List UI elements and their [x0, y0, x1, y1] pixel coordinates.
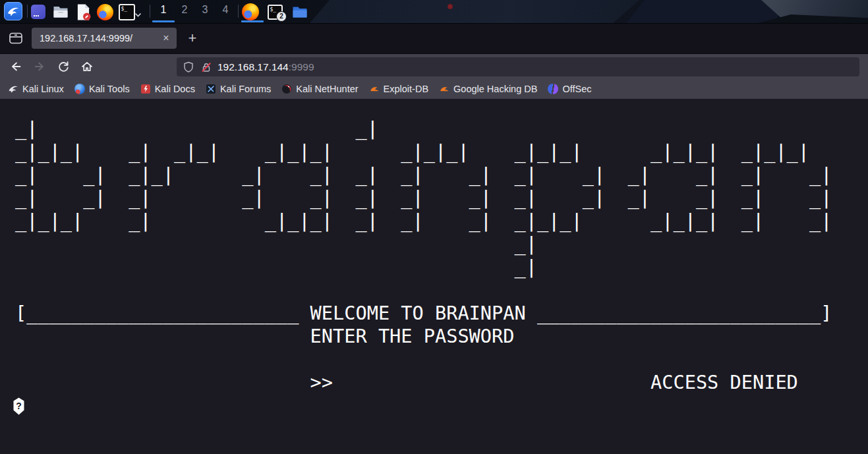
launcher-app-window[interactable]	[29, 3, 47, 21]
bookmark-label: Kali Tools	[89, 84, 130, 94]
bookmark-kali-linux[interactable]: Kali Linux	[3, 81, 69, 97]
bookmarks-toolbar: Kali Linux Kali Tools Kali Docs Kali For…	[0, 79, 868, 99]
active-window-indicator	[241, 20, 264, 22]
reload-button[interactable]	[57, 60, 70, 73]
url-host: 192.168.17.144	[217, 61, 289, 73]
offsec-icon	[548, 84, 558, 94]
terminal-icon: $_	[119, 4, 135, 20]
bookmark-label: OffSec	[562, 84, 591, 94]
insecure-lock-icon[interactable]	[200, 61, 212, 73]
active-workspace-indicator	[152, 20, 175, 22]
blue-folder-icon	[292, 6, 308, 18]
file-manager-icon	[53, 5, 69, 18]
launcher-dropdown[interactable]	[134, 8, 142, 20]
bookmark-google-hacking-db[interactable]: Google Hacking DB	[434, 81, 542, 97]
firefox-icon	[97, 4, 113, 20]
taskbar-separator	[27, 5, 28, 18]
back-arrow-icon	[9, 60, 22, 73]
kali-nethunter-icon	[281, 84, 292, 94]
tracking-protection-shield-icon[interactable]	[183, 61, 194, 73]
chevron-down-icon	[134, 13, 142, 17]
kali-docs-icon	[140, 84, 151, 94]
wallpaper-shape	[758, 14, 868, 23]
home-button[interactable]	[80, 60, 94, 73]
new-tab-button[interactable]: +	[183, 29, 202, 47]
google-hacking-db-icon	[439, 84, 449, 94]
firefox-icon	[242, 3, 259, 20]
bookmark-kali-forums[interactable]: Kali Forums	[200, 81, 276, 97]
bookmark-exploit-db[interactable]: Exploit-DB	[364, 81, 434, 97]
taskbar: $_ 1 2 3 4 $_ 2	[0, 0, 868, 24]
wallpaper-shape	[761, 0, 868, 23]
kali-menu-button[interactable]	[4, 2, 22, 20]
bookmark-label: Kali Linux	[22, 84, 64, 94]
firefox-view-icon	[8, 30, 24, 46]
workspace-1[interactable]: 1	[158, 4, 169, 16]
firefox-view-button[interactable]	[8, 30, 24, 46]
kali-forums-icon	[206, 84, 216, 94]
bookmark-offsec[interactable]: OffSec	[542, 81, 596, 97]
tab-close-button[interactable]: ×	[158, 30, 174, 46]
help-cursor-icon: ?	[13, 397, 25, 415]
launcher-firefox[interactable]	[96, 3, 114, 21]
wallpaper-shape	[310, 0, 639, 23]
bookmark-label: Kali Docs	[155, 84, 195, 94]
bookmark-kali-nethunter[interactable]: Kali NetHunter	[276, 81, 363, 97]
tab-strip: 192.168.17.144:9999/ × +	[0, 24, 868, 53]
terminal-window-count-badge: 2	[276, 11, 287, 22]
launcher-file-manager[interactable]	[51, 3, 70, 21]
help-glyph: ?	[16, 401, 22, 411]
kali-dragon-icon	[7, 5, 20, 18]
brainpan-banner-text: _| _| _|_|_| _| _|_| _|_|_| _|_|_| _|_|_…	[15, 117, 832, 394]
bookmark-label: Google Hacking DB	[453, 84, 537, 94]
kali-tools-icon	[74, 84, 85, 94]
browser-tab[interactable]: 192.168.17.144:9999/ ×	[32, 28, 177, 49]
launcher-terminal[interactable]: $_	[117, 3, 136, 21]
workspace-2[interactable]: 2	[179, 4, 190, 16]
window-button-file-manager[interactable]	[291, 3, 309, 21]
workspace-3[interactable]: 3	[199, 4, 211, 16]
reload-icon	[57, 60, 70, 73]
launcher-text-editor[interactable]	[74, 3, 92, 21]
kali-dragon-icon	[8, 84, 18, 94]
bookmark-kali-tools[interactable]: Kali Tools	[69, 81, 135, 97]
forward-button[interactable]	[33, 60, 46, 73]
wallpaper-detail	[448, 4, 453, 9]
bookmark-kali-docs[interactable]: Kali Docs	[135, 81, 200, 97]
bookmark-label: Exploit-DB	[384, 84, 429, 94]
bookmark-label: Kali Forums	[220, 84, 271, 94]
window-button-firefox[interactable]	[241, 3, 260, 21]
wallpaper-shape	[626, 0, 778, 23]
page-content: _| _| _|_|_| _| _|_| _|_|_| _|_|_| _|_|_…	[0, 99, 868, 454]
taskbar-separator	[238, 5, 239, 18]
bookmark-label: Kali NetHunter	[296, 84, 358, 94]
app-window-icon	[31, 5, 45, 19]
home-icon	[80, 60, 94, 73]
text-editor-icon	[76, 3, 91, 21]
back-button[interactable]	[9, 60, 22, 73]
navigation-toolbar: 192.168.17.144:9999	[0, 53, 868, 79]
exploit-db-icon	[369, 84, 380, 94]
tab-title: 192.168.17.144:9999/	[32, 33, 158, 43]
taskbar-separator	[150, 5, 150, 18]
screen: $_ 1 2 3 4 $_ 2	[0, 0, 868, 454]
forward-arrow-icon	[33, 60, 46, 73]
url-port: :9999	[289, 61, 314, 73]
url-bar[interactable]: 192.168.17.144:9999	[177, 57, 859, 76]
workspace-4[interactable]: 4	[219, 4, 231, 16]
